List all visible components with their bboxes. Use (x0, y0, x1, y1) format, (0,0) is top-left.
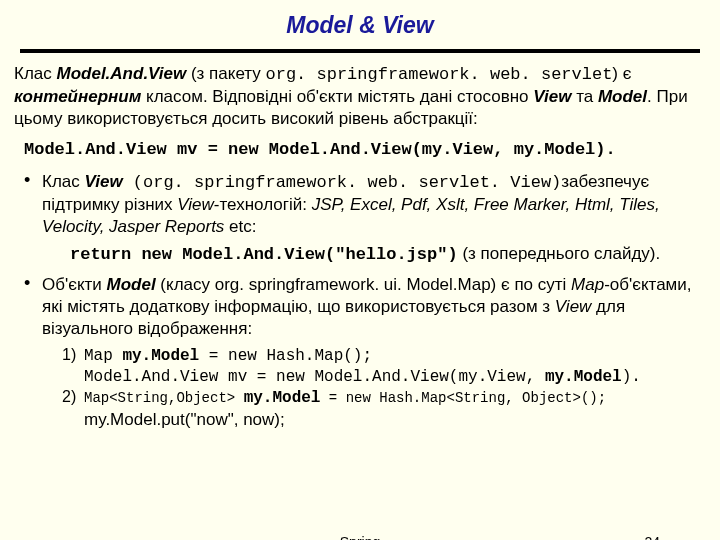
code-block: 1)Map my.Model = new Hash.Map(); Model.A… (62, 345, 706, 430)
bullet-item-model: Об'єкти Model (класу org. springframewor… (24, 274, 706, 430)
text: класом. Відповідні об'єкти містять дані … (141, 87, 533, 106)
code-row-2: 2)Map<String,Object> my.Model = new Hash… (62, 387, 706, 408)
text: (з попереднього слайду). (458, 244, 661, 263)
footer-label: Spring (0, 534, 720, 540)
code: Model.And.View mv = new Model.And.View(m… (84, 368, 545, 386)
text: Клас (42, 172, 85, 191)
slide: Model & View Клас Model.And.View (з паке… (0, 0, 720, 540)
term-view: View (85, 172, 123, 191)
text: -технологій: (214, 195, 312, 214)
text: (класу org. springframework. ui. Model.M… (156, 275, 571, 294)
body: Клас Model.And.View (з пакету org. sprin… (14, 63, 706, 430)
text: Клас (14, 64, 57, 83)
package-name: (org. springframework. web. servlet. Vie… (123, 173, 562, 192)
code-bold: my.Model (244, 389, 321, 407)
code: return new Model.And.View("hello.jsp") (70, 245, 458, 264)
code-row-1b: Model.And.View mv = new Model.And.View(m… (62, 367, 706, 387)
list-number: 1) (62, 345, 84, 365)
text: etc: (224, 217, 256, 236)
text: ) є (612, 64, 631, 83)
code-line-2: return new Model.And.View("hello.jsp") (… (70, 243, 706, 266)
term-view: View (533, 87, 571, 106)
code: ). (622, 368, 641, 386)
code-line-1: Model.And.View mv = new Model.And.View(m… (24, 139, 706, 161)
class-name: Model.And.View (57, 64, 187, 83)
package-name: org. springframework. web. servlet (266, 65, 613, 84)
code: = new Hash.Map(); (199, 347, 372, 365)
code: Map<String,Object> (84, 390, 244, 406)
intro-paragraph: Клас Model.And.View (з пакету org. sprin… (14, 63, 706, 129)
term-view: View (177, 195, 214, 214)
code-bold: my.Model (122, 347, 199, 365)
title-rule (20, 49, 700, 53)
code: Map (84, 347, 122, 365)
term-model: Model (107, 275, 156, 294)
term-model: Model (598, 87, 647, 106)
code-row-1: 1)Map my.Model = new Hash.Map(); (62, 345, 706, 366)
code-row-3: my.Model.put("now", now); (62, 409, 706, 431)
code-bold: my.Model (545, 368, 622, 386)
page-title: Model & View (14, 12, 706, 39)
bullet-list: Клас View (org. springframework. web. se… (14, 171, 706, 430)
page-number: 24 (644, 534, 660, 540)
term-map: Map (571, 275, 604, 294)
list-number: 2) (62, 387, 84, 407)
text: Об'єкти (42, 275, 107, 294)
term-view: View (555, 297, 592, 316)
code: = new Hash.Map<String, Object>(); (320, 390, 606, 406)
term-container: контейнерним (14, 87, 141, 106)
text: (з пакету (186, 64, 265, 83)
text: та (571, 87, 598, 106)
bullet-item-view: Клас View (org. springframework. web. se… (24, 171, 706, 266)
